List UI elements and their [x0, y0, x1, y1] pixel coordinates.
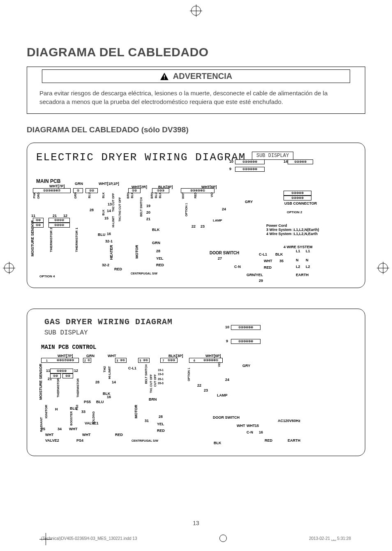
- label: RED: [114, 267, 122, 271]
- label: 11: [46, 369, 50, 373]
- connector: 1④⑤①⑦②⑥③: [41, 358, 79, 363]
- warning-text: Para evitar riesgos de descarga eléctric…: [27, 83, 365, 113]
- page-title: DIAGRAMA DEL CABLEDADO: [27, 45, 365, 59]
- label: DOOR SWITCH: [213, 415, 240, 420]
- label: 16: [107, 232, 111, 236]
- label: WHT: [108, 354, 116, 358]
- label: PS4: [76, 438, 83, 443]
- label: THERMISTOR: [57, 378, 60, 397]
- label: LAMP: [213, 219, 222, 222]
- label: OPTION 4: [39, 274, 55, 278]
- label: 28: [95, 380, 99, 384]
- label: TH3 CUT OFF: [118, 197, 121, 216]
- connector: ①②: [33, 218, 44, 223]
- label: WHT: [182, 192, 184, 199]
- label: RED: [264, 265, 272, 270]
- label: C-N: [234, 265, 241, 269]
- label: C-N: [247, 430, 253, 434]
- connector: ①②③④⑤⑥: [235, 159, 265, 164]
- connector: ①②①②: [48, 218, 70, 223]
- label: 32-2: [102, 263, 109, 267]
- label: Power Cord: [266, 224, 287, 228]
- connector: ①②: [128, 188, 141, 193]
- footer: (Technical)DV405-02365H-03_MES_130221.in…: [41, 535, 351, 542]
- label: L1: [306, 249, 310, 253]
- page-number: 13: [0, 520, 392, 526]
- label: BLU: [96, 400, 104, 404]
- warning-title: ADVERTENCIA: [173, 71, 232, 81]
- connector: ①②③④⑤: [284, 191, 311, 196]
- gas-diagram-box: GAS DRYER WIRING DIAGRAM SUB DISPLAY MAI…: [27, 309, 365, 456]
- label: TH2 CUT OFF: [112, 193, 115, 212]
- label: TH1: [118, 216, 121, 221]
- label: 12: [63, 214, 67, 218]
- label: PS3: [76, 405, 78, 410]
- label: BOOSTER: [70, 411, 73, 426]
- label: 31: [145, 419, 149, 423]
- label: 12: [74, 369, 78, 373]
- label: TH1 CUT OFF: [150, 374, 152, 393]
- label: WHT[7P]: [58, 354, 73, 358]
- footer-file: (Technical)DV405-02365H-03_MES_130221.in…: [41, 536, 137, 541]
- label: PS5: [84, 400, 91, 404]
- label: L2: [306, 265, 310, 269]
- label: GRN: [74, 192, 77, 199]
- label: 24: [225, 378, 229, 382]
- label: TH2: [103, 366, 106, 372]
- label: GRY: [245, 200, 253, 204]
- label: WHT: [45, 433, 54, 437]
- label: LAMP: [217, 393, 228, 397]
- label: 13: [108, 202, 112, 206]
- label: 16: [107, 395, 111, 399]
- label: 9: [229, 167, 231, 171]
- warning-icon: [160, 72, 169, 81]
- connector: ①②①②: [48, 223, 70, 228]
- label: BELT SWITCH: [140, 197, 143, 217]
- label: WHT: [237, 424, 245, 428]
- label: WHT[6P]: [205, 354, 221, 358]
- connector: ②③④⑤⑥①: [181, 188, 214, 193]
- svg-rect-0: [164, 75, 165, 77]
- label: RED: [265, 438, 272, 443]
- sub-display-label: SUB DISPLAY: [252, 152, 293, 160]
- label: CENTRIFUGAL S/W: [131, 439, 158, 442]
- warning-header: ADVERTENCIA: [42, 69, 350, 83]
- label: HI-LIMIT: [112, 216, 115, 228]
- label: IGNITOR: [44, 405, 48, 418]
- label: YEL: [156, 256, 164, 261]
- label: MOTOR: [135, 245, 139, 258]
- label: EARTH: [296, 273, 309, 277]
- registration-mark: [191, 6, 201, 16]
- label: 23: [201, 224, 205, 228]
- label: L1: [296, 249, 300, 253]
- main-pcb-label: MAIN PCB CONTROL: [41, 344, 96, 350]
- connector: 5②①: [138, 358, 150, 363]
- electric-diagram-box: ELECTRIC DRYER WIRING DIAGRAM SUB DISPLA…: [27, 143, 365, 288]
- label: BRN: [150, 192, 153, 198]
- main-pcb-label: MAIN PCB: [36, 178, 60, 184]
- label: BLK: [131, 192, 134, 198]
- crop-mark: [0, 13, 0, 25]
- label: WHT[7P]: [49, 184, 65, 188]
- label: 14: [284, 159, 288, 164]
- label: VIO: [210, 192, 213, 197]
- label: RED: [115, 433, 123, 437]
- label: VALVE2: [45, 438, 59, 443]
- label: GRN: [152, 241, 160, 245]
- label: 14: [112, 380, 116, 384]
- label: N: [306, 258, 309, 262]
- label: C-L1: [259, 252, 267, 256]
- warning-box: ADVERTENCIA Para evitar riesgos de desca…: [27, 67, 365, 114]
- label: GRN: [75, 182, 83, 186]
- label: CUT OFF: [154, 374, 157, 387]
- label: GRN: [86, 354, 95, 358]
- connector: ①②: [50, 373, 61, 378]
- label: 32-1: [105, 239, 113, 243]
- connector: ①②③④⑤⑥: [235, 167, 265, 172]
- label: BLK: [214, 441, 221, 445]
- label: 19: [146, 204, 150, 208]
- label: BRN: [149, 397, 157, 401]
- label: BLK: [152, 228, 160, 232]
- connector: 3②①: [115, 358, 127, 363]
- label: 4 Wire System :L1,L2,N,Earth: [266, 232, 318, 236]
